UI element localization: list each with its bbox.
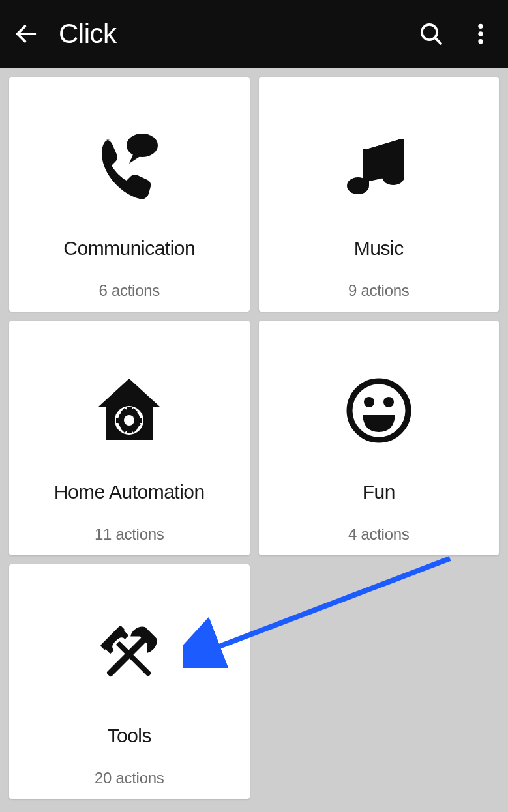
page-title: Click [59,18,397,50]
category-card-tools[interactable]: Tools 20 actions [9,564,250,799]
svg-point-4 [478,31,483,36]
category-sub: 11 actions [95,525,164,544]
category-card-home-automation[interactable]: Home Automation 11 actions [9,321,250,555]
svg-point-14 [124,415,134,426]
more-button[interactable] [465,18,496,50]
svg-point-3 [478,24,483,29]
svg-point-5 [478,39,483,44]
svg-point-10 [382,168,404,185]
category-sub: 9 actions [348,282,409,300]
category-sub: 4 actions [348,525,409,544]
category-card-communication[interactable]: Communication 6 actions [9,77,250,312]
music-note-icon [340,128,418,206]
svg-point-6 [127,134,158,157]
svg-point-16 [364,397,374,407]
tools-icon [90,615,168,693]
back-button[interactable] [12,20,40,48]
home-gear-icon [90,371,168,450]
arrow-left-icon [13,21,39,47]
category-sub: 6 actions [99,282,160,300]
category-title: Fun [363,481,395,503]
svg-point-17 [383,397,394,407]
category-card-fun[interactable]: Fun 4 actions [259,321,500,555]
search-button[interactable] [415,18,447,50]
svg-point-9 [347,177,369,194]
category-title: Tools [107,725,151,747]
category-title: Music [354,237,404,259]
smile-icon [340,371,418,450]
search-icon [418,21,444,47]
category-sub: 20 actions [95,769,164,787]
phone-chat-icon [90,128,168,206]
category-title: Communication [63,237,195,259]
category-card-music[interactable]: Music 9 actions [259,77,500,312]
svg-line-2 [435,38,441,44]
app-header: Click [0,0,508,68]
category-grid: Communication 6 actions Music 9 actions [0,68,508,808]
category-title: Home Automation [54,481,205,503]
more-vertical-icon [468,21,494,47]
